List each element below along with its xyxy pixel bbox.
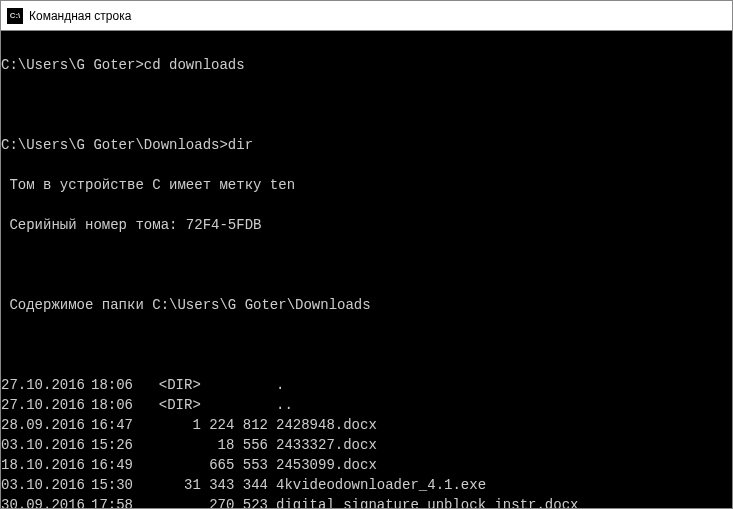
file-name: .. [276, 395, 732, 415]
file-date: 30.09.2016 [1, 495, 91, 508]
file-time: 18:06 [91, 375, 146, 395]
file-row: 27.10.201618:06<DIR> .. [1, 395, 732, 415]
file-date: 03.10.2016 [1, 475, 91, 495]
command-text: dir [228, 137, 253, 153]
file-name: . [276, 375, 732, 395]
file-time: 16:49 [91, 455, 146, 475]
prompt-path: C:\Users\G Goter> [1, 57, 144, 73]
file-size: 18 556 [146, 435, 276, 455]
file-time: 15:26 [91, 435, 146, 455]
file-time: 16:47 [91, 415, 146, 435]
file-size: 665 553 [146, 455, 276, 475]
file-name: 2428948.docx [276, 415, 732, 435]
file-date: 27.10.2016 [1, 375, 91, 395]
file-date: 28.09.2016 [1, 415, 91, 435]
file-name: 4kvideodownloader_4.1.exe [276, 475, 732, 495]
prompt-path: C:\Users\G Goter\Downloads> [1, 137, 228, 153]
titlebar[interactable]: C:\ Командная строка [1, 1, 732, 31]
file-size: <DIR> [146, 395, 276, 415]
file-row: 03.10.201615:2618 5562433327.docx [1, 435, 732, 455]
file-size: 1 224 812 [146, 415, 276, 435]
file-date: 27.10.2016 [1, 395, 91, 415]
command-prompt-window: C:\ Командная строка C:\Users\G Goter>cd… [0, 0, 733, 509]
file-size: 270 523 [146, 495, 276, 508]
file-time: 18:06 [91, 395, 146, 415]
file-size: <DIR> [146, 375, 276, 395]
window-title: Командная строка [29, 9, 131, 23]
directory-header: Содержимое папки C:\Users\G Goter\Downlo… [1, 295, 732, 315]
serial-info: Серийный номер тома: 72F4-5FDB [1, 215, 732, 235]
file-name: 2453099.docx [276, 455, 732, 475]
file-name: digital_signature_unblock_instr.docx [276, 495, 732, 508]
file-listing: 27.10.201618:06<DIR> .27.10.201618:06<DI… [1, 375, 732, 508]
file-row: 27.10.201618:06<DIR> . [1, 375, 732, 395]
file-date: 18.10.2016 [1, 455, 91, 475]
file-row: 30.09.201617:58270 523digital_signature_… [1, 495, 732, 508]
file-time: 17:58 [91, 495, 146, 508]
volume-info: Том в устройстве C имеет метку ten [1, 175, 732, 195]
file-date: 03.10.2016 [1, 435, 91, 455]
file-name: 2433327.docx [276, 435, 732, 455]
cmd-icon: C:\ [7, 8, 23, 24]
command-text: cd downloads [144, 57, 245, 73]
file-row: 03.10.201615:3031 343 3444kvideodownload… [1, 475, 732, 495]
file-row: 28.09.201616:471 224 8122428948.docx [1, 415, 732, 435]
file-size: 31 343 344 [146, 475, 276, 495]
terminal-output[interactable]: C:\Users\G Goter>cd downloads C:\Users\G… [1, 31, 732, 508]
file-row: 18.10.201616:49665 5532453099.docx [1, 455, 732, 475]
file-time: 15:30 [91, 475, 146, 495]
